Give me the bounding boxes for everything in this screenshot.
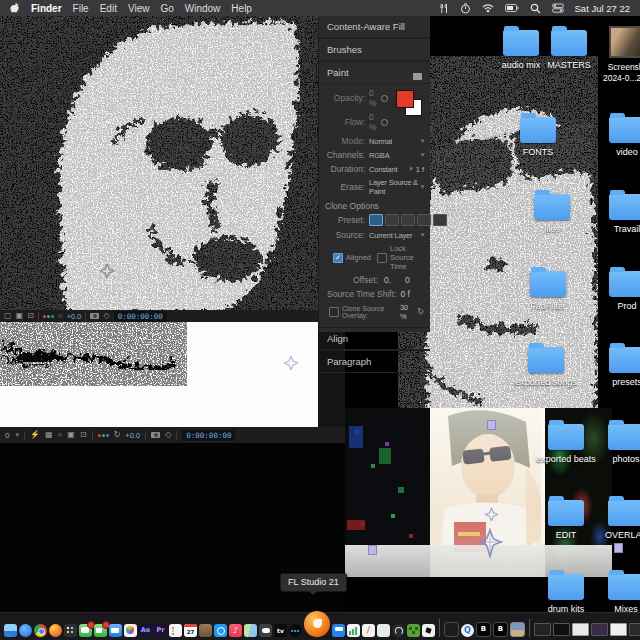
snapshot-camera-icon-2[interactable]: [151, 432, 160, 438]
chrome-dock-icon[interactable]: [34, 624, 47, 637]
utensils-menu-icon[interactable]: [439, 3, 449, 14]
facetime-dock-icon[interactable]: [94, 624, 107, 637]
minimized-window-thumb[interactable]: [610, 623, 627, 636]
composition-viewer-top[interactable]: [0, 16, 318, 310]
screenshot-file[interactable]: Screensho2024-0...22.0: [600, 26, 640, 83]
brown-app-dock-icon[interactable]: [199, 624, 212, 637]
roi-tool-icon[interactable]: ▣: [16, 312, 24, 320]
photo-window-thumb[interactable]: [510, 622, 525, 637]
wifi-icon[interactable]: [482, 3, 494, 13]
flow-stopwatch-icon[interactable]: [381, 119, 388, 126]
minimized-window-thumb[interactable]: [629, 623, 640, 636]
minimized-window-thumb[interactable]: [572, 623, 589, 636]
folder-travail[interactable]: Travail: [599, 194, 640, 234]
minimized-window-thumb[interactable]: [444, 622, 459, 637]
menu-finder[interactable]: Finder: [31, 3, 62, 14]
layer-handle[interactable]: [614, 543, 623, 553]
snapshot-camera-icon[interactable]: [90, 313, 99, 319]
resolution-icon[interactable]: ○: [58, 312, 63, 320]
folder-fabfilter[interactable]: FabFilter: [520, 271, 576, 311]
offset-y-value[interactable]: 0: [405, 275, 410, 285]
archive-app-dock-icon[interactable]: /: [362, 624, 375, 637]
mode-dropdown[interactable]: Normal▾: [369, 137, 424, 146]
launchpad-dock-icon[interactable]: [64, 624, 77, 637]
source-dropdown[interactable]: Current Layer▾: [369, 231, 424, 240]
serato-dock-icon[interactable]: [289, 624, 302, 637]
source-time-shift-value[interactable]: 0 f: [400, 289, 409, 299]
content-aware-fill-panel-header[interactable]: Content-Aware Fill: [319, 16, 430, 38]
apple-tv-dock-icon[interactable]: tv: [274, 624, 287, 637]
timecode-display[interactable]: 0:00:00:00: [114, 311, 167, 322]
paint-panel-header[interactable]: Paint: [319, 61, 430, 84]
clone-preset-1[interactable]: [369, 214, 383, 226]
composition-viewer-white[interactable]: [0, 322, 318, 427]
calendar-dock-icon[interactable]: 27: [184, 624, 197, 637]
battery-icon[interactable]: [505, 3, 519, 13]
menu-file[interactable]: File: [73, 3, 89, 14]
folder-photos[interactable]: photos: [598, 424, 640, 464]
timer-menu-icon[interactable]: [460, 3, 471, 14]
menu-help[interactable]: Help: [231, 3, 252, 14]
messages-dock-icon[interactable]: [79, 624, 92, 637]
transparency-grid-icon[interactable]: ▦: [45, 431, 53, 439]
folder-fonts[interactable]: FONTS: [510, 117, 566, 157]
duration-dropdown[interactable]: Constant▾: [369, 165, 413, 174]
menu-go[interactable]: Go: [160, 3, 173, 14]
grid-guides-icon[interactable]: ⊡: [27, 312, 34, 320]
apple-menu-icon[interactable]: [10, 2, 20, 14]
discord-dock-icon[interactable]: [259, 624, 272, 637]
clone-source-overlay-checkbox[interactable]: [329, 307, 339, 317]
align-panel-header[interactable]: Align: [319, 327, 430, 350]
minimized-window-thumb[interactable]: [534, 623, 551, 636]
roblox-dock-icon[interactable]: [422, 624, 435, 637]
clone-source-overlay-value[interactable]: 30 %: [400, 303, 413, 321]
folder-drum-kits[interactable]: drum kits: [538, 574, 594, 614]
menu-edit[interactable]: Edit: [100, 3, 117, 14]
menubar-clock[interactable]: Sat Jul 27 22: [575, 3, 630, 14]
control-center-icon[interactable]: [552, 3, 564, 13]
b-app-dock-icon-1[interactable]: B: [476, 622, 491, 637]
opacity-stopwatch-icon[interactable]: [381, 95, 388, 102]
opacity-value[interactable]: 0 %: [369, 88, 381, 108]
mask-tool-icon[interactable]: ▢: [4, 312, 12, 320]
folder-presets[interactable]: presets: [599, 347, 640, 387]
minimized-window-thumb[interactable]: [553, 623, 570, 636]
folder-mixes[interactable]: Mixes: [598, 574, 640, 614]
folder-video[interactable]: video: [599, 117, 640, 157]
folder-exported-songs[interactable]: exported songs: [518, 347, 574, 387]
roi-lasso-icon[interactable]: ○: [58, 431, 63, 439]
channel-rgb-icon-2[interactable]: [98, 434, 109, 437]
minecraft-dock-icon[interactable]: [407, 624, 420, 637]
timecode-display-2[interactable]: 0:00:00:00: [182, 430, 235, 441]
brushes-panel-header[interactable]: Brushes: [319, 38, 430, 61]
mail-dock-icon[interactable]: [109, 624, 122, 637]
erase-dropdown[interactable]: Layer Source & Paint▾: [369, 178, 424, 196]
after-effects-dock-icon[interactable]: Ae: [139, 624, 152, 637]
mask-visibility-icon[interactable]: ▣: [67, 431, 75, 439]
finder-dock-icon[interactable]: [4, 624, 17, 637]
flow-value[interactable]: 0 %: [369, 112, 381, 132]
panel-menu-icon[interactable]: [413, 66, 422, 73]
folder-prod[interactable]: Prod: [599, 271, 640, 311]
layer-handle[interactable]: [368, 545, 377, 555]
overlay-invert-icon[interactable]: ↻: [417, 308, 424, 316]
magnification-dropdown[interactable]: 0▾: [5, 431, 19, 440]
clone-preset-2[interactable]: [385, 214, 399, 226]
spotlight-icon[interactable]: [530, 3, 541, 14]
minimized-window-thumb[interactable]: [591, 623, 608, 636]
aligned-checkbox[interactable]: ✓: [333, 253, 343, 263]
folder-files[interactable]: files: [524, 194, 580, 234]
folder-overlay[interactable]: OVERLAY: [598, 500, 640, 540]
folder-edit[interactable]: EDIT: [538, 500, 594, 540]
show-snapshot-icon-2[interactable]: ◇: [165, 431, 171, 439]
numbers-dock-icon[interactable]: [347, 624, 360, 637]
maps-dock-icon[interactable]: [244, 624, 257, 637]
reset-exposure-icon[interactable]: ↻: [114, 431, 121, 439]
b-app-dock-icon-2[interactable]: B: [493, 622, 508, 637]
clone-preset-3[interactable]: [401, 214, 415, 226]
photos-dock-icon[interactable]: [124, 624, 137, 637]
duration-frames-value[interactable]: 1 f: [416, 165, 424, 174]
layer-handle[interactable]: [487, 420, 496, 430]
frame-region-icon[interactable]: ⊡: [80, 431, 87, 439]
menu-view[interactable]: View: [128, 3, 150, 14]
